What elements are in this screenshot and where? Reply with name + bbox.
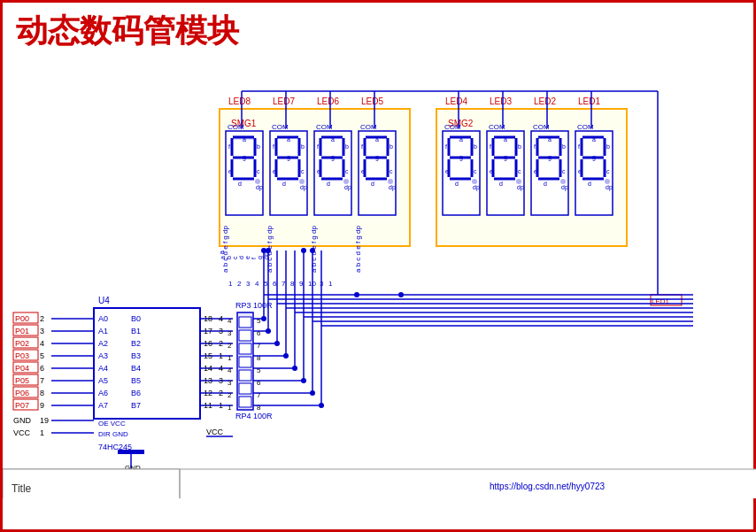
svg-point-353 [292, 366, 297, 371]
svg-point-351 [274, 341, 280, 346]
svg-rect-269 [239, 343, 251, 354]
svg-text:B1: B1 [131, 327, 141, 335]
svg-text:e: e [578, 168, 582, 174]
svg-rect-273 [239, 397, 251, 407]
svg-rect-183 [94, 308, 200, 419]
svg-text:a: a [375, 136, 379, 143]
svg-text:a: a [504, 136, 507, 143]
svg-text:LED5: LED5 [361, 96, 383, 106]
svg-text:RP4 100R: RP4 100R [235, 412, 273, 420]
svg-text:LED8: LED8 [228, 96, 251, 106]
svg-text:f: f [578, 143, 580, 150]
svg-text:e: e [244, 256, 251, 259]
svg-text:16: 16 [204, 339, 212, 348]
svg-text:6: 6 [40, 364, 44, 373]
svg-text:b: b [518, 143, 521, 150]
svg-text:A0: A0 [98, 314, 108, 323]
svg-text:g: g [548, 154, 552, 161]
svg-text:B7: B7 [131, 401, 141, 410]
svg-text:c: c [518, 168, 521, 174]
svg-text:7: 7 [40, 376, 44, 385]
svg-text:Title: Title [12, 482, 32, 495]
svg-text:c: c [562, 168, 566, 174]
svg-text:1: 1 [228, 404, 232, 412]
svg-text:g: g [459, 154, 463, 161]
svg-text:e: e [228, 168, 232, 174]
svg-rect-268 [239, 330, 251, 341]
svg-text:9: 9 [40, 401, 44, 410]
svg-text:f: f [445, 143, 447, 150]
svg-point-350 [266, 328, 271, 334]
svg-text:P00: P00 [15, 314, 29, 323]
svg-text:1: 1 [219, 401, 223, 410]
svg-text:P03: P03 [15, 351, 29, 360]
svg-text:f: f [228, 143, 230, 150]
svg-text:14: 14 [204, 364, 212, 373]
svg-text:a: a [459, 136, 463, 143]
svg-text:2: 2 [237, 280, 242, 288]
svg-text:B3: B3 [131, 351, 141, 360]
svg-text:d: d [327, 181, 330, 187]
svg-point-326 [310, 248, 315, 253]
svg-text:P02: P02 [15, 339, 29, 348]
svg-text:B6: B6 [131, 389, 141, 397]
svg-text:f: f [534, 143, 536, 150]
svg-point-327 [354, 292, 359, 297]
svg-text:1: 1 [328, 280, 333, 288]
svg-text:B4: B4 [131, 364, 141, 373]
svg-text:LED1: LED1 [578, 96, 600, 106]
svg-text:A1: A1 [98, 327, 108, 335]
svg-text:1: 1 [228, 354, 232, 362]
svg-text:c: c [301, 168, 305, 174]
svg-text:g: g [504, 154, 507, 161]
svg-text:d: d [238, 181, 242, 187]
svg-rect-271 [239, 370, 251, 381]
svg-text:a b c d e f g dp: a b c d e f g dp [221, 226, 229, 273]
svg-text:d: d [238, 256, 244, 259]
svg-text:13: 13 [204, 376, 212, 385]
svg-point-328 [398, 292, 404, 297]
svg-text:b: b [474, 143, 477, 150]
svg-text:2: 2 [228, 342, 232, 350]
svg-text:B2: B2 [131, 339, 141, 348]
svg-text:A6: A6 [98, 389, 108, 397]
svg-text:b: b [390, 143, 393, 150]
svg-text:d: d [499, 181, 503, 187]
svg-text:LED3: LED3 [490, 96, 512, 106]
svg-text:dp: dp [606, 184, 613, 191]
svg-text:g: g [287, 154, 290, 161]
svg-text:A7: A7 [98, 401, 108, 410]
svg-text:b: b [562, 143, 566, 150]
svg-point-325 [301, 248, 306, 253]
svg-text:RP3 100R: RP3 100R [235, 301, 273, 310]
svg-text:dp: dp [300, 184, 307, 191]
svg-text:P06: P06 [15, 389, 29, 397]
svg-point-324 [266, 248, 271, 253]
svg-text:e: e [534, 168, 537, 174]
svg-text:f: f [251, 258, 257, 259]
svg-text:e: e [445, 168, 449, 174]
main-container: 动态数码管模块 SMG1 SMG2 LED8 LED7 LED6 LED5 LE… [0, 0, 756, 532]
svg-text:2: 2 [219, 339, 223, 348]
svg-text:c: c [232, 256, 238, 259]
svg-text:5: 5 [40, 351, 44, 360]
svg-text:dp: dp [473, 184, 480, 191]
svg-text:A3: A3 [98, 351, 108, 360]
svg-text:b: b [301, 143, 305, 150]
svg-text:c: c [390, 168, 393, 174]
svg-text:3: 3 [219, 376, 223, 385]
svg-rect-267 [239, 317, 251, 328]
svg-text:B0: B0 [131, 314, 141, 323]
svg-point-349 [261, 316, 266, 321]
svg-text:c: c [257, 168, 260, 174]
svg-text:LED6: LED6 [317, 96, 339, 106]
svg-text:g: g [375, 154, 379, 161]
svg-text:b: b [606, 143, 610, 150]
svg-text:dp: dp [561, 184, 568, 191]
svg-text:2: 2 [219, 389, 223, 397]
svg-text:g: g [331, 154, 335, 161]
svg-text:1: 1 [228, 280, 233, 288]
svg-text:e: e [361, 168, 365, 174]
svg-text:4: 4 [228, 317, 232, 325]
svg-text:dp: dp [389, 184, 396, 191]
